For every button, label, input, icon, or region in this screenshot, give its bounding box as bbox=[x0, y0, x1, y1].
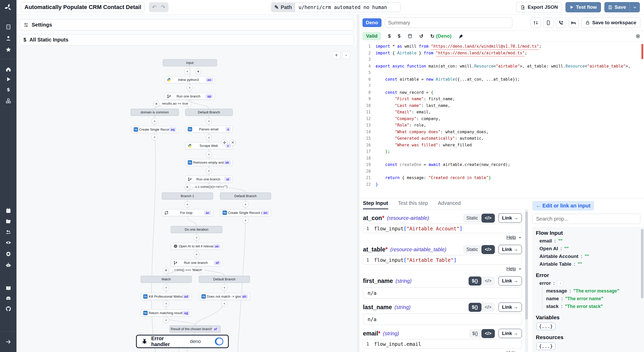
phone-incoming-icon[interactable] bbox=[556, 18, 566, 28]
link-button[interactable]: Link → bbox=[498, 245, 522, 254]
insert-node-button[interactable]: + bbox=[206, 118, 212, 124]
field-expr-editor-at_table[interactable]: 1flow_input["Airtable Table"] bbox=[363, 255, 522, 265]
step-panel-scrollbar[interactable] bbox=[525, 209, 528, 352]
export-json-button[interactable]: Export JSON bbox=[516, 2, 562, 12]
reload-deno-button[interactable]: ↻ (Deno) bbox=[430, 33, 451, 39]
target-circle-icon[interactable] bbox=[635, 34, 640, 39]
insert-node-button[interactable]: + bbox=[163, 317, 169, 323]
boxes-icon[interactable] bbox=[0, 96, 16, 106]
insert-node-button[interactable]: + bbox=[242, 201, 249, 207]
error-handler-toggle[interactable] bbox=[215, 338, 223, 345]
field-expr-editor-at_con[interactable]: 1flow_input["Airtable Account"] bbox=[363, 224, 522, 233]
insert-node-button[interactable]: + bbox=[163, 300, 169, 307]
mode-option-static[interactable]: ${} bbox=[469, 276, 481, 286]
mode-option-code[interactable]: </> bbox=[481, 245, 495, 254]
help-link[interactable]: Help bbox=[506, 266, 516, 272]
building-icon[interactable] bbox=[0, 22, 16, 32]
insert-node-button[interactable]: + bbox=[187, 85, 193, 91]
robot-icon[interactable] bbox=[0, 260, 16, 270]
mode-option-code[interactable]: </> bbox=[481, 214, 495, 223]
insert-node-button[interactable]: + bbox=[242, 217, 249, 223]
format-brush-icon[interactable] bbox=[459, 34, 463, 39]
flow-title-input[interactable] bbox=[21, 2, 145, 12]
prop-airtable-table[interactable]: Airtable Table:"" bbox=[536, 260, 640, 268]
save-button[interactable]: Save bbox=[604, 2, 630, 12]
arrow-right-icon[interactable] bbox=[0, 337, 16, 347]
insert-node-button[interactable]: + bbox=[184, 68, 190, 74]
dollar-icon[interactable]: $ bbox=[0, 85, 16, 95]
star-icon[interactable] bbox=[0, 44, 16, 55]
flow-canvas[interactable]: + - InputInline python3aoRun one brancha… bbox=[16, 46, 357, 352]
bed-icon[interactable] bbox=[569, 18, 579, 28]
flow-node-parses-email[interactable]: TSParses emaila bbox=[185, 126, 233, 133]
prop-stack[interactable]: stack:"The error stack" bbox=[543, 303, 640, 310]
delete-branch-button[interactable]: ✕ bbox=[184, 184, 190, 190]
book-icon[interactable] bbox=[0, 283, 16, 293]
insert-node-button[interactable]: + bbox=[206, 151, 212, 157]
chevron-down-icon[interactable] bbox=[518, 351, 522, 352]
insert-node-button[interactable]: + bbox=[151, 118, 158, 124]
flow-node-run-one-branch[interactable]: Run one branchaf bbox=[171, 259, 222, 266]
dollar-tool-button-2[interactable]: $ bbox=[398, 33, 401, 39]
undo-tool-icon[interactable]: ↺ bbox=[419, 33, 423, 39]
flow-node-inline-python3[interactable]: Inline python3ao bbox=[164, 76, 215, 83]
flow-node-run-one-branch[interactable]: Run one branchal bbox=[185, 176, 233, 183]
field-expr-editor-email[interactable]: 1flow_input.email bbox=[363, 339, 522, 349]
link-button[interactable]: Link → bbox=[498, 276, 522, 286]
save-dropdown-button[interactable] bbox=[630, 2, 640, 12]
panel-divider[interactable] bbox=[357, 15, 359, 352]
delete-branch-button[interactable]: ✕ bbox=[153, 101, 159, 107]
prop-airtable-account[interactable]: Airtable Account:"" bbox=[536, 253, 640, 260]
flow-node-default-branch[interactable]: Default Branch bbox=[199, 276, 250, 283]
mode-option-code[interactable]: </> bbox=[481, 276, 495, 286]
insert-node-button[interactable]: + bbox=[163, 284, 169, 291]
link-button[interactable]: Link → bbox=[498, 303, 522, 312]
tab-step-input[interactable]: Step Input bbox=[363, 200, 388, 209]
insert-node-button[interactable]: + bbox=[193, 251, 200, 257]
flow-settings-button[interactable]: Settings bbox=[20, 19, 354, 30]
remove-node-button[interactable]: ✕ bbox=[230, 139, 236, 146]
flow-node-domain-is-common[interactable]: domain is common bbox=[131, 109, 179, 116]
insert-node-button[interactable]: + bbox=[221, 284, 227, 291]
flow-node-default-branch[interactable]: Default Branch bbox=[220, 192, 271, 199]
flow-node-default-branch[interactable]: Default Branch bbox=[185, 109, 233, 116]
eye-icon[interactable] bbox=[0, 237, 16, 248]
flow-node-open-ai-to-tell-if-relevant-result[interactable]: Open AI to tell if relevant resultae bbox=[171, 243, 222, 250]
flow-node-for-loop[interactable]: For loopac bbox=[162, 209, 213, 216]
flow-node-does-not-match-gives-empty-value[interactable]: TSDoes not match -> gives empty valueah bbox=[199, 293, 250, 300]
flow-node-removes-empty-and-duplicates[interactable]: TSRemoves empty and duplicatesak bbox=[185, 159, 233, 166]
flow-node-create-single-record-airtable[interactable]: TSCreate Single Record (Airtable)an bbox=[220, 209, 271, 216]
insert-node-button[interactable]: + bbox=[206, 168, 212, 174]
field-value-input-first_name[interactable]: n/a bbox=[363, 287, 522, 299]
github-icon[interactable] bbox=[0, 304, 16, 314]
flow-node-run-one-branch[interactable]: Run one branchap bbox=[164, 93, 215, 100]
zoom-in-button[interactable]: + bbox=[333, 51, 340, 59]
flow-node-return-matching-result[interactable]: TSReturn matching resultag bbox=[141, 309, 192, 316]
play-icon[interactable] bbox=[0, 74, 16, 84]
mode-option-code[interactable]: </> bbox=[481, 329, 495, 338]
save-to-workspace-button[interactable]: Save to workspace bbox=[581, 18, 640, 28]
insert-node-button[interactable]: + bbox=[151, 134, 158, 140]
prop-panel-scrollbar[interactable] bbox=[641, 229, 643, 298]
help-link[interactable]: Help bbox=[506, 235, 516, 240]
chevron-down-icon[interactable] bbox=[518, 236, 522, 239]
prop-open-ai[interactable]: Open AI:"" bbox=[536, 245, 640, 253]
all-static-inputs-button[interactable]: $ All Static Inputs bbox=[20, 34, 354, 45]
insert-node-button[interactable]: + bbox=[193, 234, 200, 241]
trigger-bolt-button[interactable] bbox=[195, 68, 201, 74]
insert-node-button[interactable]: + bbox=[206, 135, 212, 141]
flow-node-create-single-record-airtable[interactable]: TSCreate Single Record (Airtable)aq bbox=[131, 126, 178, 133]
error-handler-node[interactable]: Error handlerdeno bbox=[136, 335, 229, 348]
mode-option-static[interactable]: Static bbox=[463, 245, 481, 254]
mode-option-code[interactable]: </> bbox=[481, 303, 495, 312]
language-badge[interactable]: Deno bbox=[362, 18, 382, 27]
prop-name[interactable]: name:"The error name" bbox=[543, 295, 640, 303]
dollar-tool-button[interactable]: $ bbox=[388, 33, 391, 39]
insert-node-button[interactable]: + bbox=[184, 201, 190, 207]
search-prop-input[interactable] bbox=[532, 214, 640, 224]
user-icon[interactable] bbox=[0, 33, 16, 43]
flow-node-branch-1[interactable]: Branch 1 bbox=[162, 192, 213, 199]
field-value-input-last_name[interactable]: n/a bbox=[363, 314, 522, 325]
prop-message[interactable]: message:"The error message" bbox=[543, 287, 640, 295]
path-input[interactable] bbox=[295, 2, 401, 12]
